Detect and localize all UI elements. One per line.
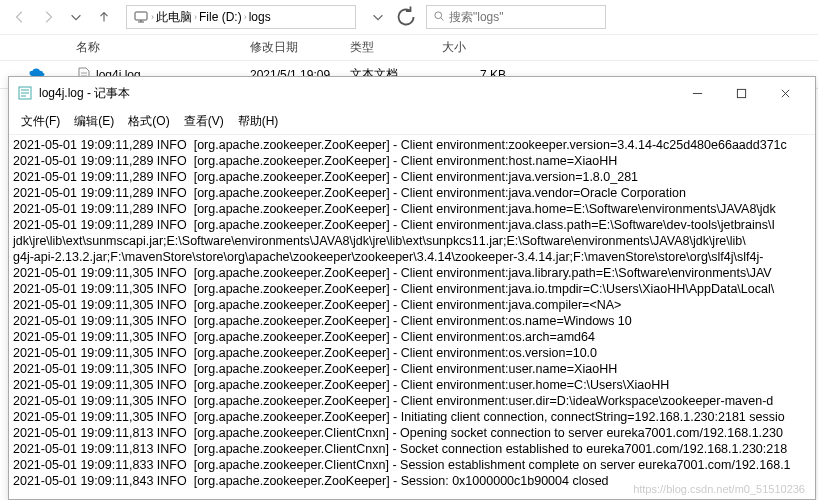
notepad-menubar: 文件(F) 编辑(E) 格式(O) 查看(V) 帮助(H) — [9, 109, 815, 135]
log-line: 2021-05-01 19:09:11,305 INFO [org.apache… — [13, 393, 811, 409]
breadcrumb-seg-drive[interactable]: File (D:) — [199, 10, 242, 24]
log-line: 2021-05-01 19:09:11,289 INFO [org.apache… — [13, 153, 811, 169]
minimize-button[interactable] — [675, 81, 719, 105]
column-type[interactable]: 类型 — [342, 35, 434, 60]
breadcrumb-seg-folder[interactable]: logs — [249, 10, 271, 24]
log-line: 2021-05-01 19:09:11,305 INFO [org.apache… — [13, 313, 811, 329]
search-input[interactable] — [449, 10, 599, 24]
watermark: https://blog.csdn.net/m0_51510236 — [633, 483, 805, 495]
notepad-title: log4j.log - 记事本 — [39, 85, 130, 102]
close-button[interactable] — [763, 81, 807, 105]
log-line: 2021-05-01 19:09:11,813 INFO [org.apache… — [13, 441, 811, 457]
column-size[interactable]: 大小 — [434, 35, 530, 60]
log-line: 2021-05-01 19:09:11,813 INFO [org.apache… — [13, 425, 811, 441]
log-line: 2021-05-01 19:09:11,289 INFO [org.apache… — [13, 169, 811, 185]
log-line: 2021-05-01 19:09:11,305 INFO [org.apache… — [13, 345, 811, 361]
log-line: jdk\jre\lib\ext\sunmscapi.jar;E:\Softwar… — [13, 233, 811, 249]
notepad-content[interactable]: 2021-05-01 19:09:11,289 INFO [org.apache… — [9, 135, 815, 491]
search-box[interactable] — [426, 5, 606, 29]
explorer-column-header: 名称 修改日期 类型 大小 — [0, 34, 818, 61]
log-line: 2021-05-01 19:09:11,305 INFO [org.apache… — [13, 377, 811, 393]
chevron-down-icon — [371, 10, 385, 24]
log-line: 2021-05-01 19:09:11,305 INFO [org.apache… — [13, 361, 811, 377]
log-line: 2021-05-01 19:09:11,305 INFO [org.apache… — [13, 409, 811, 425]
notepad-titlebar[interactable]: log4j.log - 记事本 — [9, 77, 815, 109]
column-date[interactable]: 修改日期 — [242, 35, 342, 60]
refresh-icon — [394, 5, 418, 29]
arrow-right-icon — [41, 10, 55, 24]
menu-file[interactable]: 文件(F) — [15, 111, 66, 132]
svg-rect-0 — [135, 12, 147, 20]
log-line: 2021-05-01 19:09:11,833 INFO [org.apache… — [13, 457, 811, 473]
maximize-button[interactable] — [719, 81, 763, 105]
back-button[interactable] — [8, 5, 32, 29]
close-icon — [780, 88, 791, 99]
menu-edit[interactable]: 编辑(E) — [68, 111, 120, 132]
search-icon — [433, 10, 445, 25]
log-line: 2021-05-01 19:09:11,289 INFO [org.apache… — [13, 201, 811, 217]
refresh-button[interactable] — [394, 5, 418, 29]
forward-button[interactable] — [36, 5, 60, 29]
log-line: 2021-05-01 19:09:11,305 INFO [org.apache… — [13, 329, 811, 345]
dropdown-button[interactable] — [366, 5, 390, 29]
arrow-left-icon — [13, 10, 27, 24]
log-line: 2021-05-01 19:09:11,305 INFO [org.apache… — [13, 265, 811, 281]
menu-help[interactable]: 帮助(H) — [232, 111, 285, 132]
breadcrumb-seg-pc[interactable]: 此电脑 — [156, 9, 192, 26]
notepad-window: log4j.log - 记事本 文件(F) 编辑(E) 格式(O) 查看(V) … — [8, 76, 816, 500]
menu-format[interactable]: 格式(O) — [122, 111, 175, 132]
svg-point-1 — [435, 11, 442, 18]
log-line: 2021-05-01 19:09:11,289 INFO [org.apache… — [13, 185, 811, 201]
notepad-icon — [17, 85, 33, 101]
pc-icon — [133, 9, 149, 25]
breadcrumb-sep: › — [244, 12, 247, 22]
minimize-icon — [692, 88, 703, 99]
menu-view[interactable]: 查看(V) — [178, 111, 230, 132]
log-line: 2021-05-01 19:09:11,305 INFO [org.apache… — [13, 281, 811, 297]
address-bar[interactable]: › 此电脑 › File (D:) › logs — [126, 5, 356, 29]
breadcrumb-sep: › — [194, 12, 197, 22]
maximize-icon — [736, 88, 747, 99]
recent-dropdown[interactable] — [64, 5, 88, 29]
explorer-toolbar: › 此电脑 › File (D:) › logs — [0, 0, 818, 34]
breadcrumb-sep: › — [151, 12, 154, 22]
log-line: 2021-05-01 19:09:11,305 INFO [org.apache… — [13, 297, 811, 313]
column-name[interactable]: 名称 — [68, 35, 242, 60]
log-line: g4j-api-2.13.2.jar;F:\mavenStore\store\o… — [13, 249, 811, 265]
svg-rect-3 — [737, 89, 745, 97]
chevron-down-icon — [69, 10, 83, 24]
up-button[interactable] — [92, 5, 116, 29]
log-line: 2021-05-01 19:09:11,289 INFO [org.apache… — [13, 137, 811, 153]
log-line: 2021-05-01 19:09:11,289 INFO [org.apache… — [13, 217, 811, 233]
arrow-up-icon — [97, 10, 111, 24]
